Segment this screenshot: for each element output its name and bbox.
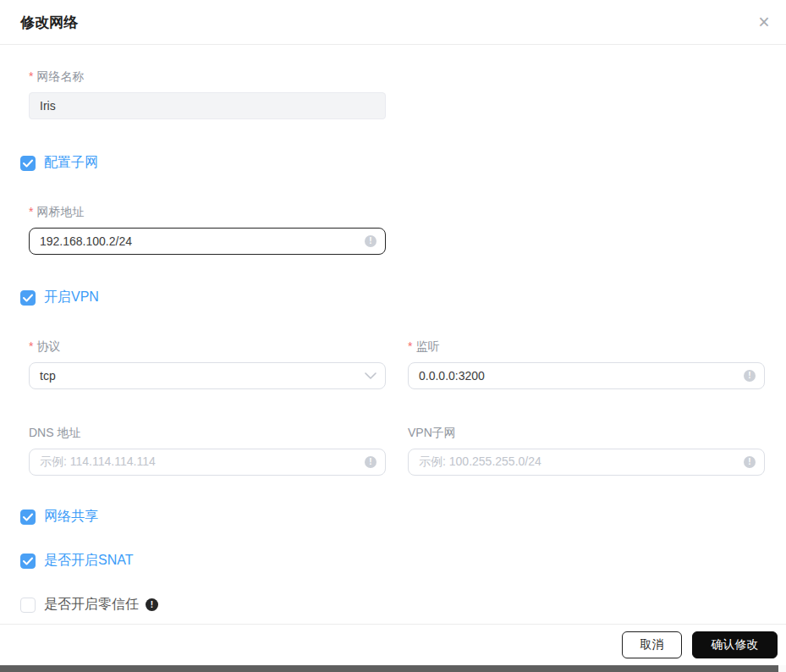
listen-field[interactable]: 0.0.0.0:3200 xyxy=(408,362,765,389)
modal-footer: 取消 确认修改 xyxy=(0,624,786,665)
dns-vpnsubnet-row: DNS 地址 示例: 114.114.114.114 VPN子网 示例: 100… xyxy=(29,425,765,476)
bridge-address-value: 192.168.100.2/24 xyxy=(40,234,132,248)
checkbox-box[interactable] xyxy=(20,290,36,306)
protocol-label: *协议 xyxy=(29,339,386,355)
checkbox-enable-snat[interactable]: 是否开启SNAT xyxy=(20,552,765,570)
protocol-listen-row: *协议 tcp *监听 0.0.0.0:3200 xyxy=(29,339,765,389)
scrollbar-thumb[interactable] xyxy=(0,665,778,672)
checkbox-box[interactable] xyxy=(20,598,36,613)
chevron-down-icon xyxy=(365,372,377,379)
checkbox-label: 开启VPN xyxy=(44,289,99,306)
required-mark: * xyxy=(29,205,33,218)
cancel-button[interactable]: 取消 xyxy=(622,631,682,658)
info-icon[interactable] xyxy=(744,370,756,382)
confirm-button[interactable]: 确认修改 xyxy=(692,631,778,658)
info-icon[interactable] xyxy=(365,456,377,468)
close-icon[interactable] xyxy=(752,10,776,34)
modal-header: 修改网络 xyxy=(0,0,786,45)
network-name-group: *网络名称 Iris xyxy=(29,69,386,119)
checkbox-network-sharing[interactable]: 网络共享 xyxy=(20,508,765,526)
vpn-subnet-placeholder: 示例: 100.255.255.0/24 xyxy=(419,454,541,470)
network-name-field[interactable]: Iris xyxy=(29,92,386,119)
checkbox-enable-zero-trust[interactable]: 是否开启零信任 xyxy=(20,596,765,614)
checkbox-box[interactable] xyxy=(20,554,36,569)
edit-network-modal: 修改网络 *网络名称 Iris 配置子网 *网桥地址 192.168.100.2… xyxy=(0,0,786,672)
vpn-subnet-group: VPN子网 示例: 100.255.255.0/24 xyxy=(408,425,765,476)
required-mark: * xyxy=(29,339,33,353)
bridge-address-label: *网桥地址 xyxy=(29,204,386,220)
dns-address-group: DNS 地址 示例: 114.114.114.114 xyxy=(29,425,386,476)
info-icon[interactable] xyxy=(146,598,158,611)
listen-label: *监听 xyxy=(408,339,765,355)
horizontal-scrollbar[interactable] xyxy=(0,665,786,672)
network-name-value: Iris xyxy=(40,99,56,113)
info-icon[interactable] xyxy=(365,235,377,247)
check-icon xyxy=(23,513,33,521)
dns-address-placeholder: 示例: 114.114.114.114 xyxy=(40,454,156,470)
checkbox-box[interactable] xyxy=(20,156,36,171)
dns-address-field[interactable]: 示例: 114.114.114.114 xyxy=(29,449,386,476)
required-mark: * xyxy=(29,69,33,83)
checkbox-configure-subnet[interactable]: 配置子网 xyxy=(20,154,765,172)
modal-title: 修改网络 xyxy=(20,13,78,32)
check-icon xyxy=(23,294,33,302)
bridge-address-field[interactable]: 192.168.100.2/24 xyxy=(29,228,386,255)
check-icon xyxy=(23,557,33,565)
checkbox-label: 网络共享 xyxy=(44,508,98,526)
listen-group: *监听 0.0.0.0:3200 xyxy=(408,339,765,389)
network-name-label: *网络名称 xyxy=(29,69,386,85)
protocol-group: *协议 tcp xyxy=(29,339,386,389)
checkbox-enable-vpn[interactable]: 开启VPN xyxy=(20,289,765,306)
required-mark: * xyxy=(408,339,412,353)
protocol-select[interactable]: tcp xyxy=(29,362,386,389)
checkbox-label: 是否开启零信任 xyxy=(44,596,158,614)
info-icon[interactable] xyxy=(744,456,756,468)
protocol-value: tcp xyxy=(40,369,56,383)
vpn-subnet-label: VPN子网 xyxy=(408,425,765,441)
vpn-subnet-field[interactable]: 示例: 100.255.255.0/24 xyxy=(408,449,765,476)
checkbox-label: 是否开启SNAT xyxy=(44,552,133,570)
checkbox-label: 配置子网 xyxy=(44,154,98,172)
dns-address-label: DNS 地址 xyxy=(29,425,386,441)
listen-value: 0.0.0.0:3200 xyxy=(419,369,485,383)
checkbox-box[interactable] xyxy=(20,510,36,525)
check-icon xyxy=(23,159,33,168)
modal-body: *网络名称 Iris 配置子网 *网桥地址 192.168.100.2/24 开… xyxy=(0,69,786,614)
bridge-address-group: *网桥地址 192.168.100.2/24 xyxy=(29,204,386,255)
